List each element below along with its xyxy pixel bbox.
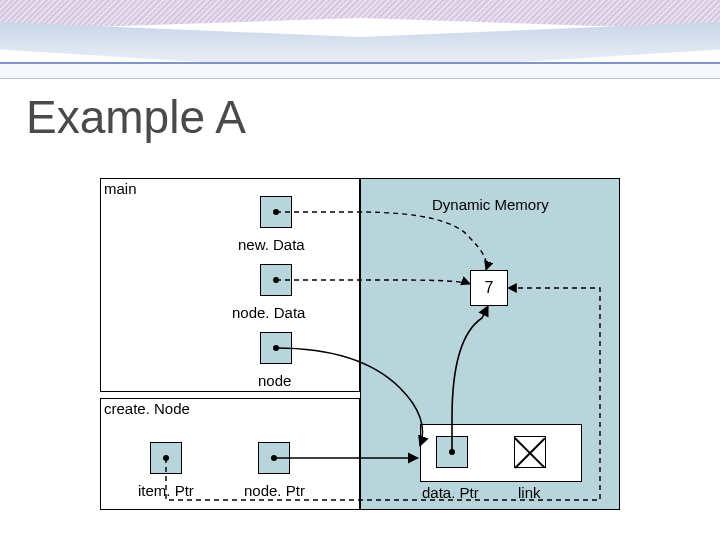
page-title: Example A: [26, 90, 246, 144]
var-node-cell: [260, 332, 292, 364]
var-nodeData-label: node. Data: [232, 304, 305, 321]
var-newData-label: new. Data: [238, 236, 305, 253]
heap-node-dataPtr-cell: [436, 436, 468, 468]
var-nodePtr-cell: [258, 442, 290, 474]
diagram: main new. Data node. Data node create. N…: [100, 178, 620, 513]
var-itemPtr-label: item. Ptr: [138, 482, 194, 499]
heap-node-link-cell: [514, 436, 546, 468]
decor-band: [0, 62, 720, 79]
frame-main-label: main: [104, 180, 137, 197]
var-itemPtr-cell: [150, 442, 182, 474]
decor-band: [0, 0, 720, 30]
heap-node-dataPtr-label: data. Ptr: [422, 484, 479, 501]
var-newData-cell: [260, 196, 292, 228]
var-nodePtr-label: node. Ptr: [244, 482, 305, 499]
heap-node-link-label: link: [518, 484, 541, 501]
heap-int: 7: [470, 270, 508, 306]
slide: Example A main new. Data node. Data node…: [0, 0, 720, 540]
frame-dynamic-label: Dynamic Memory: [432, 196, 549, 213]
frame-main: [100, 178, 360, 392]
frame-createNode-label: create. Node: [104, 400, 190, 417]
var-node-label: node: [258, 372, 291, 389]
var-nodeData-cell: [260, 264, 292, 296]
